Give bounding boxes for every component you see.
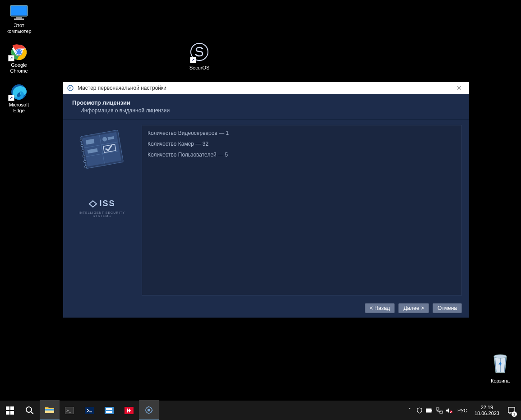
desktop-icon-this-pc[interactable]: Этот компьютер: [2, 4, 36, 41]
wizard-heading: Просмотр лицензии: [72, 99, 460, 106]
wizard-sidebar: ISS INTELLIGENT SECURITY SYSTEMS: [70, 125, 134, 295]
svg-line-33: [31, 412, 33, 414]
svg-point-22: [80, 139, 83, 142]
taskbar-app-powershell[interactable]: [79, 401, 99, 420]
svg-point-32: [26, 407, 32, 412]
network-icon: [436, 407, 443, 414]
taskbar-left: >_: [0, 401, 159, 420]
svg-point-25: [83, 155, 85, 157]
svg-point-7: [17, 50, 21, 55]
svg-point-26: [83, 160, 86, 163]
desktop: Этот компьютер ↗ Google Chrome ↗ Microso…: [0, 0, 521, 401]
desktop-icons-column: Этот компьютер ↗ Google Chrome ↗ Microso…: [2, 4, 36, 123]
license-line: Количество Камер — 32: [148, 141, 456, 147]
close-button[interactable]: ✕: [451, 82, 467, 94]
svg-rect-39: [105, 407, 114, 414]
search-button[interactable]: [20, 401, 40, 420]
desktop-icon-edge[interactable]: ↗ Microsoft Edge: [2, 83, 36, 120]
taskbar-app-explorer[interactable]: [40, 400, 60, 420]
tray-security-icon[interactable]: [415, 401, 424, 420]
svg-point-10: [494, 355, 507, 358]
notebook-illustration-icon: [75, 128, 129, 176]
tray-volume-icon[interactable]: [445, 401, 454, 420]
wizard-header: Просмотр лицензии Информация о выданной …: [63, 94, 469, 120]
desktop-icon-chrome[interactable]: ↗ Google Chrome: [2, 43, 36, 80]
terminal-icon: >_: [65, 407, 74, 414]
desktop-icon-recycle-bin[interactable]: Корзина: [483, 352, 517, 388]
taskbar-clock[interactable]: 22:19 18.06.2023: [471, 405, 503, 416]
svg-rect-35: [45, 409, 54, 411]
svg-text:>_: >_: [66, 408, 71, 413]
svg-rect-2: [16, 17, 22, 18]
titlebar[interactable]: Мастер первоначальной настройки ✕: [63, 82, 469, 94]
battery-icon: [426, 408, 433, 413]
wizard-footer: < Назад Далее > Отмена: [365, 303, 462, 313]
tray-chevron-up[interactable]: ˄: [405, 401, 414, 420]
iss-logo-text: ISS: [99, 199, 115, 208]
recycle-bin-icon: [490, 352, 510, 376]
taskbar-app-securos-wizard[interactable]: [139, 400, 159, 420]
chevron-up-icon: ˄: [408, 407, 411, 414]
svg-point-44: [148, 409, 150, 411]
shortcut-overlay-icon: ↗: [8, 55, 14, 61]
desktop-icon-label: SecurOS: [189, 65, 210, 70]
back-button[interactable]: < Назад: [365, 303, 395, 313]
window-title: Мастер первоначальной настройки: [78, 85, 166, 91]
file-explorer-icon: [45, 406, 55, 414]
svg-rect-29: [10, 406, 14, 410]
svg-rect-48: [436, 408, 439, 410]
next-button[interactable]: Далее >: [398, 303, 429, 313]
notification-badge: 1: [512, 411, 517, 417]
license-line: Количество Пользователей — 5: [148, 152, 456, 158]
desktop-icon-securos[interactable]: ↗ SecurOS: [182, 42, 217, 75]
wizard-window: Мастер первоначальной настройки ✕ Просмо…: [63, 82, 469, 318]
iss-tagline: INTELLIGENT SECURITY SYSTEMS: [70, 211, 134, 217]
svg-rect-3: [14, 18, 24, 20]
desktop-icon-label: Этот компьютер: [6, 23, 31, 34]
wizard-taskbar-icon: [144, 406, 153, 415]
tray-power-icon[interactable]: [425, 401, 434, 420]
iss-logo: ISS: [88, 199, 115, 208]
search-icon: [25, 406, 34, 415]
language-indicator[interactable]: РУС: [455, 408, 470, 413]
svg-rect-40: [106, 408, 112, 410]
anydesk-icon: [124, 407, 134, 414]
cancel-button[interactable]: Отмена: [433, 303, 462, 313]
taskbar-app-cmd[interactable]: >_: [60, 401, 79, 420]
windows-icon: [6, 406, 14, 415]
svg-rect-41: [106, 411, 112, 413]
svg-rect-46: [431, 410, 432, 411]
clock-time: 22:19: [475, 405, 499, 411]
taskbar-app-server-manager[interactable]: [99, 401, 119, 420]
license-info-panel: Количество Видеосерверов — 1 Количество …: [142, 125, 462, 295]
securos-app-icon: ↗: [190, 42, 209, 63]
taskbar: >_ ˄ РУС 22:19 18.06.2023: [0, 401, 521, 420]
chrome-icon: ↗: [8, 43, 30, 61]
taskbar-right: ˄ РУС 22:19 18.06.2023 1: [405, 401, 521, 420]
server-manager-icon: [105, 407, 114, 414]
svg-rect-28: [6, 406, 9, 410]
svg-point-24: [82, 149, 84, 152]
desktop-icon-label: Microsoft Edge: [9, 102, 29, 114]
svg-rect-1: [11, 6, 27, 15]
shortcut-overlay-icon: ↗: [190, 57, 196, 63]
taskbar-app-anydesk[interactable]: [119, 401, 139, 420]
desktop-icon-label: Google Chrome: [10, 62, 28, 74]
wizard-app-icon: [67, 84, 74, 92]
volume-muted-icon: [446, 407, 453, 414]
svg-rect-47: [426, 409, 431, 412]
start-button[interactable]: [0, 401, 20, 420]
wizard-body: ISS INTELLIGENT SECURITY SYSTEMS Количес…: [63, 120, 469, 295]
svg-rect-31: [10, 411, 14, 415]
wizard-subheading: Информация о выданной лицензии: [80, 107, 460, 114]
powershell-icon: [85, 407, 94, 414]
iss-logo-mark-icon: [88, 200, 97, 208]
license-line: Количество Видеосерверов — 1: [148, 130, 456, 136]
close-icon: ✕: [456, 84, 462, 92]
svg-point-27: [84, 166, 87, 168]
this-pc-icon: [8, 4, 30, 22]
tray-network-icon[interactable]: [435, 401, 444, 420]
svg-rect-30: [6, 411, 9, 415]
notification-center-button[interactable]: 1: [504, 401, 519, 420]
edge-icon: ↗: [8, 83, 30, 101]
